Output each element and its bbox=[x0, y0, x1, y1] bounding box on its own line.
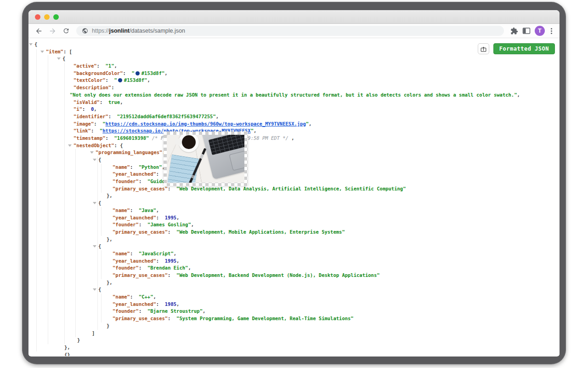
reload-button[interactable] bbox=[61, 25, 72, 36]
json-token: "C++" bbox=[139, 294, 153, 299]
minimize-window-button[interactable] bbox=[44, 14, 50, 20]
json-token: , bbox=[517, 92, 520, 98]
json-token: , bbox=[153, 294, 156, 299]
json-token: { bbox=[98, 200, 101, 206]
json-token: }, bbox=[107, 193, 113, 198]
json-line: "identifier": "219512dadd6af6def8362f563… bbox=[28, 113, 560, 121]
close-window-button[interactable] bbox=[35, 14, 40, 20]
json-token: , bbox=[188, 265, 191, 270]
collapse-toggle-icon[interactable] bbox=[40, 51, 44, 53]
viewer-controls: Formatted JSON bbox=[478, 43, 555, 54]
json-key: "founder" bbox=[113, 308, 139, 314]
json-token: "Web Development, Mobile Applications, E… bbox=[176, 229, 345, 235]
json-token: : bbox=[108, 114, 117, 119]
json-key: "year_launched" bbox=[113, 171, 156, 177]
collapse-toggle-icon[interactable] bbox=[93, 245, 96, 247]
json-token: "JavaScript" bbox=[139, 251, 174, 256]
json-token: }, bbox=[107, 236, 113, 242]
json-token: , bbox=[309, 121, 311, 126]
json-line: "name": "C++", bbox=[28, 293, 560, 301]
json-token: , bbox=[94, 106, 96, 112]
json-token: "Web Development, Backend Development (N… bbox=[176, 272, 380, 278]
json-token: : bbox=[168, 186, 176, 191]
json-line: }, bbox=[28, 279, 560, 287]
json-token: : bbox=[94, 121, 102, 126]
collapse-toggle-icon[interactable] bbox=[57, 58, 61, 60]
popout-button[interactable] bbox=[478, 43, 489, 54]
collapse-toggle-icon[interactable] bbox=[93, 202, 96, 204]
titlebar bbox=[28, 10, 560, 24]
json-token: , bbox=[176, 215, 179, 220]
json-line: "Not only does our extension decode raw … bbox=[28, 92, 560, 99]
json-key: "item" bbox=[46, 49, 63, 54]
back-button[interactable] bbox=[33, 25, 44, 36]
maximize-window-button[interactable] bbox=[53, 14, 59, 20]
json-token: : bbox=[168, 272, 176, 278]
json-line: "isValid": true, bbox=[28, 99, 560, 106]
json-token: : bbox=[156, 215, 165, 220]
browser-window-frame: https://jsonlint/datasets/sample.json T … bbox=[22, 2, 566, 364]
collapse-toggle-icon[interactable] bbox=[29, 43, 33, 46]
profile-avatar[interactable]: T bbox=[535, 26, 545, 36]
json-token: "219512dadd6af6def8362f5639477255" bbox=[117, 114, 216, 119]
page-content: Formatted JSON {"item": [{"active": "1",… bbox=[28, 38, 560, 356]
json-token: : bbox=[139, 178, 147, 184]
popout-icon bbox=[480, 46, 487, 52]
json-token: : [ bbox=[63, 49, 72, 54]
toolbar-right-controls: T bbox=[510, 26, 554, 36]
json-key: "name" bbox=[113, 207, 130, 213]
json-line: "timestamp": "1696019398" /* Friday, Sep… bbox=[28, 135, 560, 142]
json-key: "year_launched" bbox=[113, 215, 156, 220]
json-token: , bbox=[203, 308, 205, 314]
laptop-trackpad bbox=[229, 148, 244, 171]
json-line: "founder": "Brendan Eich", bbox=[28, 264, 560, 272]
json-token: { bbox=[98, 243, 101, 249]
json-line: }, bbox=[28, 236, 560, 243]
json-token: : bbox=[91, 128, 100, 133]
json-line: {} bbox=[28, 351, 560, 356]
json-token: " bbox=[131, 70, 134, 76]
extensions-puzzle-icon[interactable] bbox=[510, 27, 518, 35]
site-info-globe-icon[interactable] bbox=[82, 28, 88, 34]
json-token: : bbox=[130, 164, 139, 170]
collapse-toggle-icon[interactable] bbox=[90, 151, 94, 154]
collapse-toggle-icon[interactable] bbox=[93, 288, 96, 291]
json-line: "programming_languages": bbox=[28, 149, 560, 156]
browser-menu-kebab-icon[interactable] bbox=[549, 27, 554, 35]
json-token: "Not only does our extension decode raw … bbox=[70, 92, 517, 98]
workspace-photo bbox=[167, 135, 244, 183]
json-line: "year_launched": 1995, bbox=[28, 214, 560, 222]
forward-button[interactable] bbox=[47, 25, 58, 36]
json-key: "name" bbox=[113, 251, 130, 256]
json-key: "founder" bbox=[113, 178, 139, 184]
json-token: "1696019398" bbox=[114, 135, 149, 141]
json-key: "programming_languages" bbox=[96, 150, 162, 155]
json-key: "textColor" bbox=[74, 77, 106, 83]
json-key: "identifier" bbox=[74, 114, 108, 119]
json-token: #153d8f" bbox=[124, 77, 147, 83]
json-token: {} bbox=[64, 352, 70, 356]
image-preview-popup bbox=[164, 132, 248, 186]
collapse-toggle-icon[interactable] bbox=[68, 144, 72, 147]
json-line: { bbox=[28, 200, 560, 207]
url-text: https://jsonlint/datasets/sample.json bbox=[92, 28, 185, 34]
address-bar[interactable]: https://jsonlint/datasets/sample.json bbox=[76, 26, 504, 36]
json-line: { bbox=[28, 286, 560, 293]
side-panel-icon[interactable] bbox=[522, 27, 531, 34]
formatted-json-button[interactable]: Formatted JSON bbox=[493, 43, 555, 54]
json-token: , bbox=[164, 70, 167, 76]
json-token: : bbox=[123, 70, 131, 76]
json-key: "backgroundColor" bbox=[74, 70, 123, 76]
json-token: : bbox=[100, 99, 108, 105]
json-line: "name": "Python", bbox=[28, 164, 560, 171]
json-line: "image": "https://cdn.stocksnap.io/img-t… bbox=[28, 121, 560, 128]
json-link[interactable]: https://cdn.stocksnap.io/img-thumbs/960w… bbox=[106, 121, 306, 126]
collapse-toggle-icon[interactable] bbox=[93, 159, 96, 161]
url-scheme: https:// bbox=[92, 28, 109, 34]
json-key: "link" bbox=[74, 128, 91, 133]
json-token: : bbox=[168, 316, 176, 321]
json-token: : bbox=[168, 229, 176, 235]
json-token: #153d8f" bbox=[141, 70, 165, 76]
json-line: "backgroundColor": "#153d8f", bbox=[28, 70, 560, 77]
json-token: : bbox=[106, 77, 114, 83]
